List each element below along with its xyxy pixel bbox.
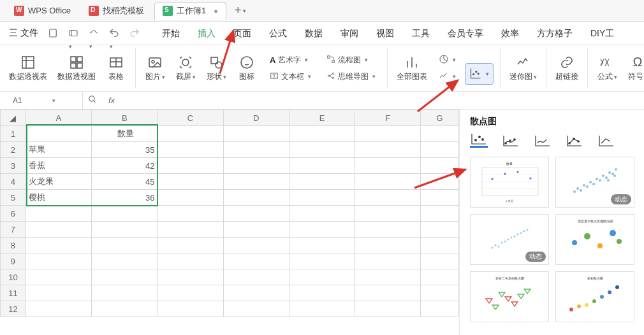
textbox-button[interactable]: 文本框▾ bbox=[267, 69, 314, 84]
name-box[interactable]: ▾ bbox=[0, 92, 83, 109]
cell-F4[interactable] bbox=[355, 174, 421, 190]
row-header-1[interactable]: 1 bbox=[1, 126, 26, 142]
cell-B11[interactable] bbox=[92, 285, 157, 301]
col-header-A[interactable]: A bbox=[26, 110, 91, 126]
cell-E12[interactable] bbox=[289, 301, 355, 317]
cell-A3[interactable]: 香蕉 bbox=[26, 158, 91, 174]
menu-tab-效率[interactable]: 效率 bbox=[492, 22, 528, 45]
cell-E4[interactable] bbox=[289, 174, 355, 190]
menu-tab-数据[interactable]: 数据 bbox=[296, 22, 332, 45]
tab-close-icon[interactable]: ● bbox=[214, 7, 218, 15]
menu-tab-DIY工[interactable]: DIY工 bbox=[582, 22, 623, 45]
cell-D12[interactable] bbox=[223, 301, 289, 317]
icon-button[interactable]: 图标 bbox=[234, 53, 260, 83]
cell-G12[interactable] bbox=[421, 301, 459, 317]
cell-E11[interactable] bbox=[289, 285, 355, 301]
cell-A5[interactable]: 樱桃 bbox=[26, 190, 91, 206]
cell-B8[interactable] bbox=[92, 238, 157, 253]
cell-B1[interactable]: 数量 bbox=[92, 126, 157, 142]
menu-tab-插入[interactable]: 插入 bbox=[189, 22, 224, 45]
cell-D4[interactable] bbox=[223, 174, 289, 190]
cell-G2[interactable] bbox=[421, 142, 459, 158]
undo-icon[interactable]: ▾ bbox=[108, 27, 120, 39]
toolbar-icon-3[interactable]: ▾ bbox=[88, 27, 99, 39]
scatter-type-lines-markers[interactable] bbox=[566, 134, 583, 148]
row-header-4[interactable]: 4 bbox=[1, 174, 26, 190]
col-header-E[interactable]: E bbox=[289, 110, 355, 126]
cell-B3[interactable]: 42 bbox=[92, 158, 157, 174]
pivot-table-button[interactable]: 数据透视表 bbox=[6, 53, 50, 83]
cell-F8[interactable] bbox=[355, 238, 421, 253]
cell-A12[interactable] bbox=[26, 301, 91, 317]
cell-G5[interactable] bbox=[421, 190, 459, 206]
toolbar-icon-1[interactable] bbox=[47, 27, 59, 39]
menu-tab-工具[interactable]: 工具 bbox=[403, 22, 439, 45]
cell-D1[interactable] bbox=[223, 126, 289, 142]
app-tab-wps[interactable]: WPS Office bbox=[6, 2, 78, 20]
row-header-8[interactable]: 8 bbox=[1, 238, 26, 253]
cell-C10[interactable] bbox=[157, 269, 223, 285]
cell-E10[interactable] bbox=[289, 269, 355, 285]
cell-C6[interactable] bbox=[157, 206, 223, 222]
scatter-type-basic[interactable] bbox=[470, 134, 488, 148]
cell-A8[interactable] bbox=[26, 238, 91, 253]
screenshot-button[interactable]: 截屏▾ bbox=[173, 53, 198, 83]
cell-A1[interactable] bbox=[26, 126, 91, 142]
chart-preview-6[interactable]: 多彩散点图 bbox=[555, 271, 634, 322]
cell-G4[interactable] bbox=[421, 174, 459, 190]
hyperlink-button[interactable]: 超链接 bbox=[553, 53, 581, 83]
symbol-button[interactable]: Ω 符号▾ bbox=[625, 53, 644, 83]
cell-G1[interactable] bbox=[421, 126, 459, 142]
cell-E1[interactable] bbox=[289, 126, 355, 142]
col-header-G[interactable]: G bbox=[421, 110, 459, 126]
fx-label[interactable]: fx bbox=[102, 96, 121, 105]
cell-G6[interactable] bbox=[421, 206, 459, 222]
cell-C12[interactable] bbox=[157, 301, 223, 317]
cell-E8[interactable] bbox=[289, 238, 355, 253]
chart-preview-2[interactable]: 动态 bbox=[555, 157, 634, 208]
pivot-chart-button[interactable]: 数据透视图 bbox=[55, 53, 98, 83]
select-all-corner[interactable]: ◢ bbox=[1, 110, 26, 126]
col-header-D[interactable]: D bbox=[223, 110, 289, 126]
zoom-icon[interactable] bbox=[83, 95, 102, 106]
cell-D9[interactable] bbox=[223, 253, 289, 269]
cell-C1[interactable] bbox=[157, 126, 223, 142]
wordart-button[interactable]: A艺术字▾ bbox=[267, 52, 311, 68]
cell-E6[interactable] bbox=[289, 206, 355, 222]
cell-C11[interactable] bbox=[157, 285, 223, 301]
cell-E3[interactable] bbox=[289, 158, 355, 174]
cell-F11[interactable] bbox=[355, 285, 421, 301]
row-header-10[interactable]: 10 bbox=[1, 269, 26, 285]
cell-B9[interactable] bbox=[92, 253, 157, 269]
cell-C3[interactable] bbox=[157, 158, 223, 174]
menu-tab-方方格子[interactable]: 方方格子 bbox=[528, 22, 582, 45]
cell-D2[interactable] bbox=[223, 142, 289, 158]
cell-F9[interactable] bbox=[355, 253, 421, 269]
cell-A9[interactable] bbox=[26, 253, 91, 269]
scatter-type-lines[interactable] bbox=[597, 134, 615, 148]
chart-preview-5[interactable]: 更多二色系列散点图 bbox=[470, 271, 549, 322]
new-tab-button[interactable]: +▾ bbox=[233, 3, 248, 18]
row-header-9[interactable]: 9 bbox=[1, 253, 26, 269]
cell-C7[interactable] bbox=[157, 222, 223, 238]
tab-workbook[interactable]: 工作簿1 ● bbox=[154, 2, 226, 20]
scatter-type-smooth[interactable] bbox=[534, 134, 552, 148]
row-header-5[interactable]: 5 bbox=[1, 190, 26, 206]
menu-tab-公式[interactable]: 公式 bbox=[260, 22, 296, 45]
menu-tab-页面[interactable]: 页面 bbox=[224, 22, 260, 45]
cell-G10[interactable] bbox=[421, 269, 459, 285]
cell-G9[interactable] bbox=[421, 253, 459, 269]
cell-E5[interactable] bbox=[289, 190, 355, 206]
toolbar-icon-2[interactable]: ▾ bbox=[68, 27, 79, 39]
line-chart-dropdown[interactable]: ▾ bbox=[436, 69, 458, 84]
cell-G7[interactable] bbox=[421, 222, 459, 238]
chart-preview-1[interactable]: 数量 ● 数量 bbox=[470, 157, 549, 208]
cell-D5[interactable] bbox=[223, 190, 289, 206]
cell-A6[interactable] bbox=[26, 206, 91, 222]
formula-button[interactable]: 公式▾ bbox=[594, 53, 620, 83]
cell-D11[interactable] bbox=[223, 285, 289, 301]
chart-preview-4[interactable]: 指定显示散点直通散点图 bbox=[555, 214, 634, 265]
cell-E7[interactable] bbox=[289, 222, 355, 238]
cell-B6[interactable] bbox=[92, 206, 157, 222]
cell-F7[interactable] bbox=[355, 222, 421, 238]
